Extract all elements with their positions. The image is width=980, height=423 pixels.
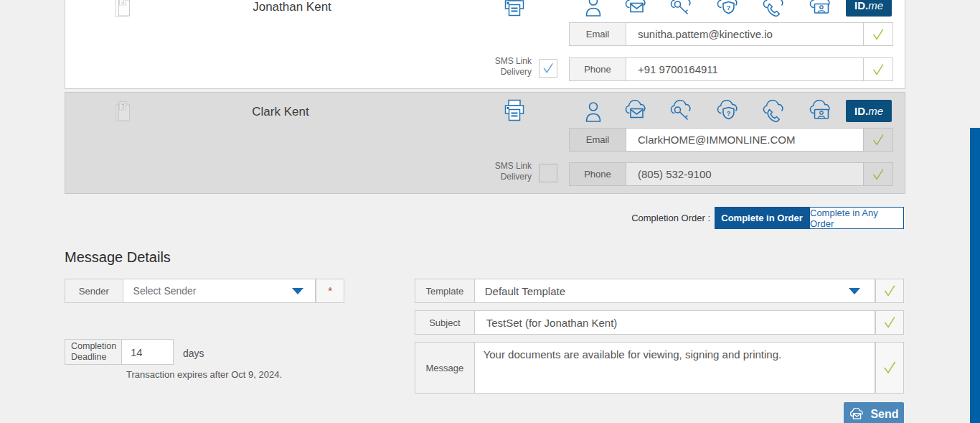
phone-label: Phone xyxy=(570,58,626,80)
sms-link-delivery-label: SMS Link Delivery xyxy=(480,161,532,182)
phone-field-row: Phone xyxy=(569,162,893,186)
blue-check-icon xyxy=(541,61,555,75)
template-row: Template Default Template xyxy=(415,279,904,303)
cloud-shield-question-icon[interactable]: ? xyxy=(715,100,742,123)
email-field-row: Email xyxy=(569,22,893,46)
phone-input[interactable] xyxy=(636,167,863,181)
printer-icon[interactable] xyxy=(502,98,527,123)
cloud-key-icon[interactable] xyxy=(668,100,695,123)
sender-selected-value: Select Sender xyxy=(133,285,197,297)
svg-text:?: ? xyxy=(727,4,731,11)
email-input[interactable] xyxy=(636,27,863,41)
idme-badge[interactable]: ID.me xyxy=(846,0,892,17)
green-check-icon xyxy=(870,62,886,78)
message-valid-indicator xyxy=(875,343,903,393)
required-asterisk: * xyxy=(328,287,332,294)
completion-deadline-row: Completion Deadline xyxy=(65,339,174,365)
email-valid-indicator xyxy=(863,129,892,151)
recipient-card-2: 3 Clark Kent xyxy=(65,92,905,194)
complete-in-any-order-button[interactable]: Complete in Any Order xyxy=(809,207,904,229)
cloud-phone-icon[interactable] xyxy=(760,0,788,17)
cloud-shield-question-icon[interactable]: ? xyxy=(715,0,742,17)
cloud-email-icon[interactable] xyxy=(623,100,650,123)
template-selected-value: Default Template xyxy=(485,285,565,297)
svg-text:?: ? xyxy=(727,110,731,117)
idme-italic: me xyxy=(868,105,883,117)
cloud-key-icon[interactable] xyxy=(668,0,695,17)
recipient-card-1: 3 Jonathan Kent xyxy=(65,0,905,89)
email-input[interactable] xyxy=(636,133,863,147)
idme-bold: ID. xyxy=(854,0,868,11)
phone-valid-indicator xyxy=(863,58,892,80)
template-label: Template xyxy=(415,279,475,302)
complete-in-order-button[interactable]: Complete in Order xyxy=(715,207,809,229)
subject-input[interactable] xyxy=(485,316,875,330)
idme-badge[interactable]: ID.me xyxy=(846,100,892,122)
phone-valid-indicator xyxy=(863,163,892,185)
chevron-down-icon[interactable] xyxy=(292,288,303,294)
email-label: Email xyxy=(570,129,626,151)
email-valid-indicator xyxy=(863,23,892,45)
send-button-label: Send xyxy=(870,408,898,421)
cloud-id-card-icon[interactable] xyxy=(807,100,834,123)
sender-dropdown[interactable]: Select Sender xyxy=(123,279,316,302)
green-check-icon xyxy=(870,167,886,182)
chevron-down-icon[interactable] xyxy=(849,288,860,294)
cloud-phone-icon[interactable] xyxy=(760,100,788,123)
recipient-name: Clark Kent xyxy=(101,105,460,119)
esign-send-page: 3 Jonathan Kent xyxy=(0,0,980,423)
person-icon[interactable] xyxy=(580,0,607,17)
sms-link-delivery-checkbox[interactable] xyxy=(539,164,557,182)
template-dropdown[interactable]: Default Template xyxy=(475,279,875,302)
green-check-icon xyxy=(882,283,897,299)
cloud-email-icon[interactable] xyxy=(623,0,650,17)
green-check-icon xyxy=(881,359,898,376)
green-check-icon xyxy=(870,132,886,148)
recipient-name: Jonathan Kent xyxy=(113,0,471,14)
message-label: Message xyxy=(415,343,475,393)
idme-italic: me xyxy=(868,0,883,11)
email-field-row: Email xyxy=(569,128,893,152)
deadline-unit-label: days xyxy=(183,348,204,359)
person-icon[interactable] xyxy=(580,100,607,123)
sms-link-delivery-checkbox[interactable] xyxy=(539,59,557,78)
email-label: Email xyxy=(570,23,626,45)
printer-icon[interactable] xyxy=(502,0,527,18)
phone-input[interactable] xyxy=(636,62,863,76)
completion-order-label: Completion Order : xyxy=(567,213,710,223)
send-button[interactable]: Send xyxy=(844,402,904,423)
cloud-id-card-icon[interactable] xyxy=(807,0,834,17)
message-details-heading: Message Details xyxy=(65,249,171,266)
phone-label: Phone xyxy=(570,163,626,185)
phone-field-row: Phone xyxy=(569,57,893,81)
message-row: Message Your documents are available for… xyxy=(415,342,904,394)
subject-valid-indicator xyxy=(875,311,903,334)
subject-row: Subject xyxy=(415,310,904,335)
completion-deadline-label: Completion Deadline xyxy=(65,340,122,364)
idme-bold: ID. xyxy=(854,105,868,117)
template-valid-indicator xyxy=(875,279,903,302)
sender-row: Sender Select Sender * xyxy=(65,279,344,303)
deadline-expiry-note: Transaction expires after Oct 9, 2024. xyxy=(126,369,282,380)
vertical-scrollbar-thumb[interactable] xyxy=(970,128,980,423)
cloud-envelope-icon xyxy=(849,408,866,422)
green-check-icon xyxy=(882,315,897,330)
subject-label: Subject xyxy=(415,311,475,334)
message-textarea[interactable]: Your documents are available for viewing… xyxy=(475,343,875,393)
sms-link-delivery-label: SMS Link Delivery xyxy=(480,56,532,78)
sender-required-indicator: * xyxy=(316,279,344,302)
deadline-days-input[interactable] xyxy=(129,345,168,359)
green-check-icon xyxy=(870,27,886,42)
sender-label: Sender xyxy=(65,279,123,302)
